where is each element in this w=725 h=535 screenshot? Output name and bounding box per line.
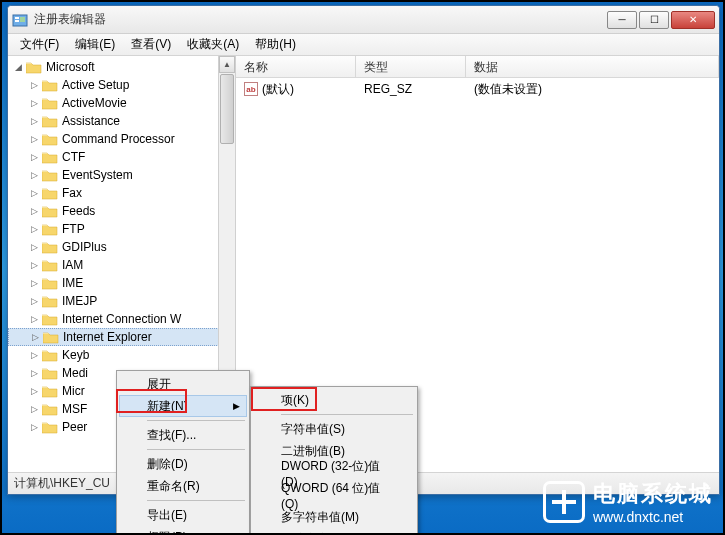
- window-title: 注册表编辑器: [34, 11, 607, 28]
- folder-icon: [42, 223, 58, 236]
- tree-label: IME: [62, 276, 83, 290]
- folder-icon: [42, 349, 58, 362]
- menu-item[interactable]: 字符串值(S): [253, 418, 415, 440]
- list-header: 名称 类型 数据: [236, 56, 719, 78]
- expand-icon[interactable]: ▷: [28, 295, 40, 307]
- menu-item[interactable]: 导出(E): [119, 504, 247, 526]
- tree-item[interactable]: ▷GDIPlus: [8, 238, 235, 256]
- folder-icon: [42, 79, 58, 92]
- value-data: (数值未设置): [466, 81, 719, 98]
- tree-label: IAM: [62, 258, 83, 272]
- expand-icon[interactable]: ▷: [28, 367, 40, 379]
- folder-icon: [42, 115, 58, 128]
- svg-rect-3: [20, 17, 25, 22]
- expand-icon[interactable]: ▷: [28, 187, 40, 199]
- tree-item[interactable]: ▷Keyb: [8, 346, 235, 364]
- tree-label: Internet Connection W: [62, 312, 181, 326]
- expand-icon[interactable]: ▷: [28, 151, 40, 163]
- tree-label: MSF: [62, 402, 87, 416]
- regedit-icon: [12, 12, 28, 28]
- expand-icon[interactable]: ▷: [28, 205, 40, 217]
- collapse-icon[interactable]: ◢: [12, 61, 24, 73]
- tree-item[interactable]: ▷IMEJP: [8, 292, 235, 310]
- tree-label: EventSystem: [62, 168, 133, 182]
- tree-item[interactable]: ▷ActiveMovie: [8, 94, 235, 112]
- titlebar[interactable]: 注册表编辑器 ─ ☐ ✕: [8, 6, 719, 34]
- col-type[interactable]: 类型: [356, 56, 466, 77]
- folder-icon: [42, 259, 58, 272]
- menu-help[interactable]: 帮助(H): [247, 34, 304, 55]
- submenu-new[interactable]: 项(K)字符串值(S)二进制值(B)DWORD (32-位)值(D)QWORD …: [250, 386, 418, 535]
- menu-item[interactable]: 权限(P)...: [119, 526, 247, 535]
- expand-icon[interactable]: ▷: [28, 223, 40, 235]
- menubar: 文件(F) 编辑(E) 查看(V) 收藏夹(A) 帮助(H): [8, 34, 719, 56]
- expand-icon[interactable]: ▷: [28, 133, 40, 145]
- menu-item[interactable]: QWORD (64 位)值(Q): [253, 484, 415, 506]
- tree-item[interactable]: ▷IAM: [8, 256, 235, 274]
- folder-icon: [42, 187, 58, 200]
- menu-edit[interactable]: 编辑(E): [67, 34, 123, 55]
- expand-icon[interactable]: ▷: [28, 241, 40, 253]
- expand-icon[interactable]: ▷: [28, 349, 40, 361]
- expand-icon[interactable]: ▷: [28, 115, 40, 127]
- expand-icon[interactable]: ▷: [28, 169, 40, 181]
- tree-item[interactable]: ▷Assistance: [8, 112, 235, 130]
- tree-label: Micr: [62, 384, 85, 398]
- close-button[interactable]: ✕: [671, 11, 715, 29]
- minimize-button[interactable]: ─: [607, 11, 637, 29]
- tree-item[interactable]: ▷Internet Explorer: [8, 328, 235, 346]
- value-name: (默认): [262, 81, 294, 98]
- menu-favorites[interactable]: 收藏夹(A): [179, 34, 247, 55]
- tree-item[interactable]: ▷CTF: [8, 148, 235, 166]
- menu-item[interactable]: 查找(F)...: [119, 424, 247, 446]
- tree-item[interactable]: ▷Active Setup: [8, 76, 235, 94]
- tree-item[interactable]: ▷IME: [8, 274, 235, 292]
- tree-label: IMEJP: [62, 294, 97, 308]
- menu-item[interactable]: 可扩充字符串值(E): [253, 528, 415, 535]
- tree-item[interactable]: ▷Command Processor: [8, 130, 235, 148]
- tree-item-root[interactable]: ◢Microsoft: [8, 58, 235, 76]
- expand-icon[interactable]: ▷: [28, 277, 40, 289]
- scroll-thumb[interactable]: [220, 74, 234, 144]
- expand-icon[interactable]: ▷: [28, 79, 40, 91]
- folder-icon: [42, 313, 58, 326]
- folder-icon: [42, 169, 58, 182]
- expand-icon[interactable]: ▷: [28, 313, 40, 325]
- list-row[interactable]: ab (默认) REG_SZ (数值未设置): [236, 80, 719, 98]
- menu-item[interactable]: 新建(N)▶: [119, 395, 247, 417]
- menu-item[interactable]: 展开: [119, 373, 247, 395]
- tree-label: CTF: [62, 150, 85, 164]
- tree-item[interactable]: ▷Fax: [8, 184, 235, 202]
- menu-file[interactable]: 文件(F): [12, 34, 67, 55]
- menu-view[interactable]: 查看(V): [123, 34, 179, 55]
- tree-label: Command Processor: [62, 132, 175, 146]
- col-name[interactable]: 名称: [236, 56, 356, 77]
- maximize-button[interactable]: ☐: [639, 11, 669, 29]
- expand-icon[interactable]: ▷: [28, 403, 40, 415]
- expand-icon[interactable]: ▷: [28, 421, 40, 433]
- menu-item[interactable]: 删除(D): [119, 453, 247, 475]
- tree-label: Keyb: [62, 348, 89, 362]
- folder-icon: [42, 97, 58, 110]
- expand-icon[interactable]: ▷: [28, 259, 40, 271]
- tree-item[interactable]: ▷FTP: [8, 220, 235, 238]
- scroll-up-button[interactable]: ▲: [219, 56, 235, 73]
- tree-item[interactable]: ▷EventSystem: [8, 166, 235, 184]
- tree-label: Active Setup: [62, 78, 129, 92]
- col-data[interactable]: 数据: [466, 56, 719, 77]
- tree-item[interactable]: ▷Internet Connection W: [8, 310, 235, 328]
- menu-item[interactable]: 项(K): [253, 389, 415, 411]
- tree-item[interactable]: ▷Feeds: [8, 202, 235, 220]
- expand-icon[interactable]: ▷: [28, 97, 40, 109]
- status-path: 计算机\HKEY_CU: [14, 475, 110, 492]
- menu-item[interactable]: 重命名(R): [119, 475, 247, 497]
- tree-label: Peer: [62, 420, 87, 434]
- context-menu[interactable]: 展开新建(N)▶查找(F)...删除(D)重命名(R)导出(E)权限(P)...…: [116, 370, 250, 535]
- tree-label: Medi: [62, 366, 88, 380]
- list-body[interactable]: ab (默认) REG_SZ (数值未设置): [236, 78, 719, 100]
- submenu-arrow-icon: ▶: [233, 401, 240, 411]
- expand-icon[interactable]: ▷: [29, 331, 41, 343]
- tree-label: Microsoft: [46, 60, 95, 74]
- menu-item[interactable]: 多字符串值(M): [253, 506, 415, 528]
- expand-icon[interactable]: ▷: [28, 385, 40, 397]
